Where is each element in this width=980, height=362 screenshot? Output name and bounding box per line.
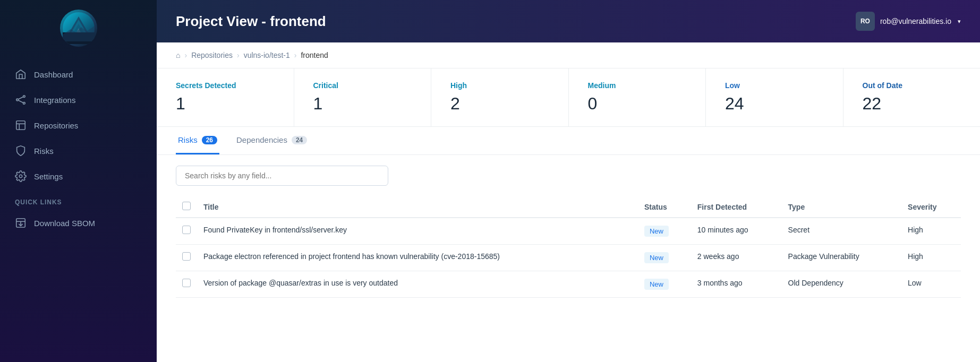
sidebar-item-settings[interactable]: Settings [0, 163, 157, 189]
table-header: Title Status First Detected Type Severit… [176, 196, 961, 218]
row-type: Package Vulnerability [782, 245, 901, 271]
sidebar-item-repositories[interactable]: Repositories [0, 113, 157, 138]
column-severity: Severity [901, 196, 961, 218]
sidebar-item-risks[interactable]: Risks [0, 138, 157, 163]
tab-bar: Risks 26 Dependencies 24 [157, 127, 980, 155]
stat-medium-value: 0 [588, 94, 687, 114]
breadcrumb-sep-1: › [184, 51, 187, 59]
row-first-detected: 3 months ago [691, 271, 782, 298]
stat-critical-value: 1 [313, 94, 412, 114]
sidebar-item-dashboard[interactable]: Dashboard [0, 62, 157, 87]
stat-low-label: Low [725, 81, 824, 90]
svg-point-15 [19, 175, 22, 178]
risks-icon [15, 145, 27, 157]
sidebar-nav: Dashboard Integrations Repositories Risk… [0, 56, 157, 362]
stat-critical-label: Critical [313, 81, 412, 90]
stat-medium-label: Medium [588, 81, 687, 90]
sidebar-item-dashboard-label: Dashboard [34, 70, 73, 79]
integrations-icon [15, 94, 27, 106]
svg-point-7 [16, 99, 19, 101]
breadcrumb-repo-name[interactable]: vulns-io/test-1 [244, 51, 290, 59]
sidebar-item-integrations[interactable]: Integrations [0, 87, 157, 113]
download-icon [15, 217, 27, 229]
breadcrumb-repositories[interactable]: Repositories [191, 51, 233, 59]
sidebar-item-download-sbom-label: Download SBOM [34, 219, 95, 228]
stat-low-value: 24 [725, 94, 824, 114]
avatar: RO [856, 12, 875, 31]
row-title: Found PrivateKey in frontend/ssl/server.… [197, 218, 638, 245]
status-badge: New [644, 226, 669, 237]
stat-low: Low 24 [706, 68, 843, 126]
tab-risks[interactable]: Risks 26 [176, 127, 219, 154]
content-area: ⌂ › Repositories › vulns-io/test-1 › fro… [157, 42, 980, 362]
table-row: Version of package @quasar/extras in use… [176, 271, 961, 298]
main-content: Project View - frontend RO rob@vulnerabi… [157, 0, 980, 362]
sidebar-logo [0, 0, 157, 56]
column-checkbox [176, 196, 197, 218]
home-icon [15, 68, 27, 80]
tab-dependencies-badge: 24 [292, 136, 307, 144]
logo-icon [63, 12, 95, 44]
row-status: New [638, 271, 691, 298]
stat-high: High 2 [431, 68, 569, 126]
breadcrumb-sep-2: › [237, 51, 240, 59]
select-all-checkbox[interactable] [182, 202, 191, 210]
row-title: Version of package @quasar/extras in use… [197, 271, 638, 298]
row-checkbox-cell [176, 218, 197, 245]
status-badge: New [644, 252, 669, 263]
breadcrumb: ⌂ › Repositories › vulns-io/test-1 › fro… [157, 42, 980, 68]
row-status: New [638, 218, 691, 245]
row-type: Secret [782, 218, 901, 245]
sidebar-item-risks-label: Risks [34, 146, 54, 156]
row-severity: High [901, 245, 961, 271]
row-title: Package electron referenced in project f… [197, 245, 638, 271]
page-title: Project View - frontend [176, 13, 326, 30]
column-status: Status [638, 196, 691, 218]
user-menu[interactable]: RO rob@vulnerabilities.io ▾ [856, 12, 961, 31]
column-title: Title [197, 196, 638, 218]
row-checkbox-2[interactable] [182, 279, 191, 287]
table-row: Found PrivateKey in frontend/ssl/server.… [176, 218, 961, 245]
stat-high-value: 2 [450, 94, 549, 114]
table-body: Found PrivateKey in frontend/ssl/server.… [176, 218, 961, 298]
row-checkbox-1[interactable] [182, 252, 191, 261]
sidebar-item-settings-label: Settings [34, 172, 63, 181]
stats-row: Secrets Detected 1 Critical 1 High 2 Med… [157, 68, 980, 127]
svg-line-10 [18, 97, 23, 100]
table-area: Title Status First Detected Type Severit… [157, 155, 980, 308]
row-checkbox-0[interactable] [182, 226, 191, 234]
row-severity: High [901, 218, 961, 245]
column-type: Type [782, 196, 901, 218]
chevron-down-icon: ▾ [958, 18, 961, 25]
sidebar: Dashboard Integrations Repositories Risk… [0, 0, 157, 362]
stat-medium: Medium 0 [569, 68, 706, 126]
gear-icon [15, 170, 27, 182]
breadcrumb-sep-3: › [294, 51, 297, 59]
stat-out-of-date: Out of Date 22 [843, 68, 981, 126]
svg-point-8 [23, 96, 25, 98]
row-first-detected: 10 minutes ago [691, 218, 782, 245]
tab-dependencies-label: Dependencies [236, 135, 287, 144]
page-header: Project View - frontend RO rob@vulnerabi… [157, 0, 980, 42]
quick-links-heading: Quick Links [0, 189, 157, 210]
table-row: Package electron referenced in project f… [176, 245, 961, 271]
sidebar-item-repositories-label: Repositories [34, 121, 78, 130]
svg-rect-12 [16, 121, 25, 130]
tab-dependencies[interactable]: Dependencies 24 [234, 127, 309, 154]
risks-table: Title Status First Detected Type Severit… [176, 196, 961, 298]
row-status: New [638, 245, 691, 271]
search-input[interactable] [176, 166, 388, 186]
svg-line-11 [18, 100, 23, 103]
row-checkbox-cell [176, 271, 197, 298]
row-severity: Low [901, 271, 961, 298]
stat-secrets-value: 1 [176, 94, 275, 114]
stat-out-of-date-label: Out of Date [863, 81, 961, 90]
stat-high-label: High [450, 81, 549, 90]
column-first-detected: First Detected [691, 196, 782, 218]
breadcrumb-current: frontend [301, 51, 328, 59]
row-checkbox-cell [176, 245, 197, 271]
sidebar-item-download-sbom[interactable]: Download SBOM [0, 210, 157, 236]
home-breadcrumb-icon[interactable]: ⌂ [176, 51, 180, 59]
status-badge: New [644, 279, 669, 290]
user-email: rob@vulnerabilities.io [880, 17, 951, 25]
